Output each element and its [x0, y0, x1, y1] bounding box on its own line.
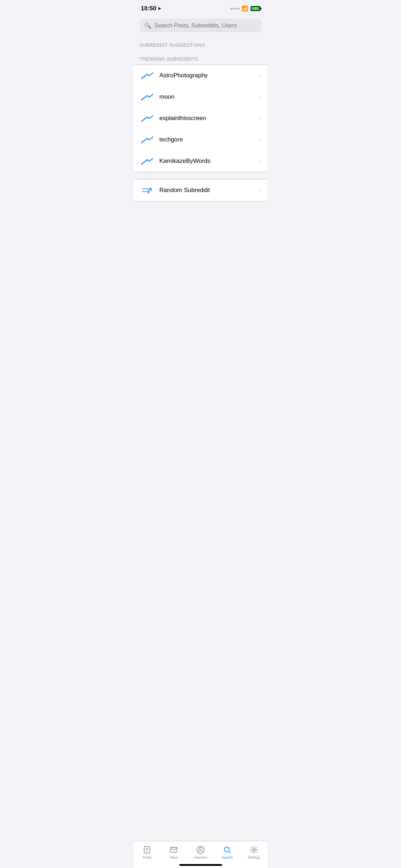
- search-input[interactable]: [154, 22, 257, 29]
- chevron-icon-2: ›: [260, 115, 262, 122]
- search-bar-icon: 🔍: [144, 22, 151, 29]
- chevron-icon-4: ›: [260, 158, 262, 164]
- trending-subreddits-header: TRENDING SUBREDDITS: [134, 51, 267, 64]
- trending-item-3[interactable]: techgore ›: [134, 129, 267, 150]
- trending-item-label-1: moon: [159, 93, 260, 100]
- trending-list: AstroPhotography › moon › explainthisscr…: [134, 64, 267, 172]
- search-container: 🔍: [134, 15, 267, 37]
- random-subreddit-section: Random Subreddit ›: [134, 179, 267, 201]
- location-icon: ➤: [158, 6, 161, 11]
- status-time: 10:50 ➤: [141, 5, 161, 12]
- wifi-icon: 📶: [242, 5, 248, 12]
- status-right: 📶 ⚡: [230, 5, 260, 12]
- random-subreddit-item[interactable]: Random Subreddit ›: [134, 180, 267, 201]
- chevron-icon-1: ›: [260, 94, 262, 100]
- shuffle-icon: [139, 185, 155, 196]
- trending-item-label-2: explainthisscreen: [159, 115, 260, 122]
- status-bar: 10:50 ➤ 📶 ⚡: [134, 0, 267, 15]
- battery-icon: ⚡: [251, 6, 260, 11]
- trend-icon-2: [139, 113, 155, 124]
- trending-item-label-4: KamikazeByWords: [159, 157, 260, 165]
- subreddit-suggestions-header: SUBREDDIT SUGGESTIONS: [134, 37, 267, 51]
- trend-icon-0: [139, 70, 155, 81]
- signal-icon: [230, 8, 240, 10]
- trending-item-2[interactable]: explainthisscreen ›: [134, 108, 267, 129]
- chevron-icon-3: ›: [260, 136, 262, 143]
- trending-item-1[interactable]: moon ›: [134, 86, 267, 108]
- trend-icon-3: [139, 134, 155, 145]
- chevron-icon-0: ›: [260, 72, 262, 79]
- trend-icon-4: [139, 155, 155, 167]
- trending-item-4[interactable]: KamikazeByWords ›: [134, 150, 267, 172]
- trending-item-0[interactable]: AstroPhotography ›: [134, 65, 267, 86]
- trending-item-label-0: AstroPhotography: [159, 72, 260, 79]
- random-subreddit-label: Random Subreddit: [159, 187, 260, 194]
- trending-item-label-3: techgore: [159, 136, 260, 143]
- random-subreddit-chevron: ›: [260, 187, 262, 193]
- trend-icon-1: [139, 91, 155, 103]
- search-bar[interactable]: 🔍: [139, 19, 262, 32]
